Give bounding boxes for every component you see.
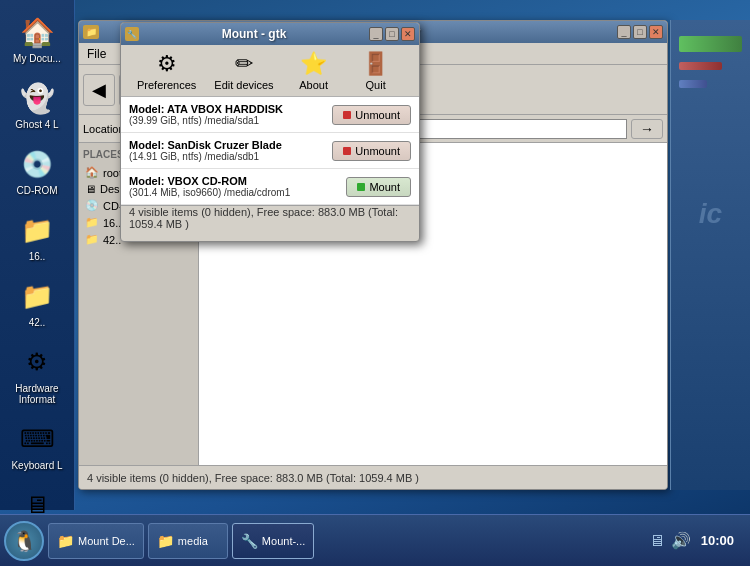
folder1-label: 16..	[29, 251, 46, 262]
taskbar-systray: 🖥 🔊 10:00	[641, 531, 746, 550]
fm-sidebar-item5-label: 42..	[103, 234, 121, 246]
mount-device-info-0: Model: ATA VBOX HARDDISK (39.99 GiB, ntf…	[129, 103, 332, 126]
mount-quit-button[interactable]: 🚪 Quit	[346, 47, 406, 95]
mount-titlebar: 🔧 Mount - gtk _ □ ✕	[121, 23, 419, 45]
taskbar-clock: 10:00	[697, 533, 738, 548]
mount-about-icon: ⭐	[300, 51, 327, 77]
fm-sidebar-cdrom-icon: 💿	[85, 199, 99, 212]
mount-device-details-2: (301.4 MiB, iso9660) /media/cdrom1	[129, 187, 346, 198]
mount-device-details-0: (39.99 GiB, ntfs) /media/sda1	[129, 115, 332, 126]
systray-network-icon[interactable]: 🖥	[649, 532, 665, 550]
fm-statusbar-text: 4 visible items (0 hidden), Free space: …	[87, 472, 419, 484]
taskbar-task-0-icon: 📁	[57, 533, 74, 549]
fm-back-button[interactable]: ◀	[83, 74, 115, 106]
taskbar-task-1[interactable]: 📁 media	[148, 523, 228, 559]
ghost-label: Ghost 4 L	[15, 119, 58, 130]
mount-preferences-button[interactable]: ⚙ Preferences	[129, 47, 204, 95]
mount-about-label: About	[299, 79, 328, 91]
right-panel-bar2	[679, 62, 722, 70]
taskbar-task-0[interactable]: 📁 Mount De...	[48, 523, 144, 559]
bottom-taskbar: 🐧 📁 Mount De... 📁 media 🔧 Mount-... 🖥 🔊 …	[0, 514, 750, 566]
right-panel-bar1	[679, 36, 742, 52]
mount-device-info-1: Model: SanDisk Cruzer Blade (14.91 GiB, …	[129, 139, 332, 162]
mount-window: 🔧 Mount - gtk _ □ ✕ ⚙ Preferences ✏ Edit…	[120, 22, 420, 242]
hardware-icon: ⚙	[19, 344, 55, 380]
mount-about-button[interactable]: ⭐ About	[284, 47, 344, 95]
desktop-icon-keyboard[interactable]: ⌨ Keyboard L	[3, 417, 71, 475]
mount-unmount-button-0[interactable]: Unmount	[332, 105, 411, 125]
mount-device-model-0: Model: ATA VBOX HARDDISK	[129, 103, 332, 115]
mount-edit-devices-button[interactable]: ✏ Edit devices	[206, 47, 281, 95]
fm-icon: 📁	[83, 25, 99, 39]
cdrom-icon: 💿	[19, 146, 55, 182]
mount-unmount-button-1[interactable]: Unmount	[332, 141, 411, 161]
mount-device-details-1: (14.91 GiB, ntfs) /media/sdb1	[129, 151, 332, 162]
desktop-icon-home[interactable]: 🏠 My Docu...	[3, 10, 71, 68]
cdrom-label: CD-ROM	[16, 185, 57, 196]
mount-minimize-button[interactable]: _	[369, 27, 383, 41]
left-taskbar: 🏠 My Docu... 👻 Ghost 4 L 💿 CD-ROM 📁 16..…	[0, 0, 75, 510]
fm-statusbar: 4 visible items (0 hidden), Free space: …	[79, 465, 667, 489]
keyboard-icon: ⌨	[19, 421, 55, 457]
home-label: My Docu...	[13, 53, 61, 64]
taskbar-task-0-label: Mount De...	[78, 535, 135, 547]
desktop-icon-hardware[interactable]: ⚙ Hardware Informat	[3, 340, 71, 409]
fm-maximize-button[interactable]: □	[633, 25, 647, 39]
mount-status-green-2	[357, 183, 365, 191]
fm-window-controls: _ □ ✕	[617, 25, 663, 39]
mount-window-icon: 🔧	[125, 27, 139, 41]
mount-device-model-2: Model: VBOX CD-ROM	[129, 175, 346, 187]
folder2-icon: 📁	[19, 278, 55, 314]
mount-action-label-1: Unmount	[355, 145, 400, 157]
mount-mount-button-2[interactable]: Mount	[346, 177, 411, 197]
right-panel-items	[671, 30, 750, 94]
mount-action-label-0: Unmount	[355, 109, 400, 121]
mount-toolbar: ⚙ Preferences ✏ Edit devices ⭐ About 🚪 Q…	[121, 45, 419, 97]
mount-close-button[interactable]: ✕	[401, 27, 415, 41]
taskbar-task-1-label: media	[178, 535, 208, 547]
hardware-label: Hardware Informat	[7, 383, 67, 405]
home-icon: 🏠	[19, 14, 55, 50]
desktop-icon-cdrom[interactable]: 💿 CD-ROM	[3, 142, 71, 200]
mount-maximize-button[interactable]: □	[385, 27, 399, 41]
mount-status-red-1	[343, 147, 351, 155]
desktop-icon-ghost[interactable]: 👻 Ghost 4 L	[3, 76, 71, 134]
taskbar-task-2-icon: 🔧	[241, 533, 258, 549]
mount-statusbar-text: 4 visible items (0 hidden), Free space: …	[129, 206, 411, 230]
right-panel-bar3	[679, 80, 707, 88]
fm-sidebar-desktop-icon: 🖥	[85, 183, 96, 195]
mount-quit-label: Quit	[366, 79, 386, 91]
mount-devices-list: Model: ATA VBOX HARDDISK (39.99 GiB, ntf…	[121, 97, 419, 205]
systray-volume-icon[interactable]: 🔊	[671, 531, 691, 550]
fm-menu-file[interactable]: File	[83, 45, 110, 63]
mount-preferences-icon: ⚙	[157, 51, 177, 77]
right-panel-text: ic	[671, 194, 750, 234]
mount-device-row-1: Model: SanDisk Cruzer Blade (14.91 GiB, …	[121, 133, 419, 169]
fm-sidebar-item4-label: 16..	[103, 217, 121, 229]
start-icon: 🐧	[12, 529, 37, 553]
fm-minimize-button[interactable]: _	[617, 25, 631, 39]
taskbar-task-2[interactable]: 🔧 Mount-...	[232, 523, 314, 559]
fm-sidebar-root-icon: 🏠	[85, 166, 99, 179]
keyboard-label: Keyboard L	[11, 460, 62, 471]
folder2-label: 42..	[29, 317, 46, 328]
mount-edit-icon: ✏	[235, 51, 253, 77]
desktop-icon-folder2[interactable]: 📁 42..	[3, 274, 71, 332]
taskbar-task-2-label: Mount-...	[262, 535, 305, 547]
fm-sidebar-item4-icon: 📁	[85, 216, 99, 229]
mount-action-label-2: Mount	[369, 181, 400, 193]
fm-go-button[interactable]: →	[631, 119, 663, 139]
mount-statusbar: 4 visible items (0 hidden), Free space: …	[121, 205, 419, 229]
mount-window-controls: _ □ ✕	[369, 27, 415, 41]
desktop-icon-folder1[interactable]: 📁 16..	[3, 208, 71, 266]
mount-quit-icon: 🚪	[362, 51, 389, 77]
fm-sidebar-item5-icon: 📁	[85, 233, 99, 246]
mount-device-row-2: Model: VBOX CD-ROM (301.4 MiB, iso9660) …	[121, 169, 419, 205]
taskbar-task-1-icon: 📁	[157, 533, 174, 549]
mount-window-title: Mount - gtk	[139, 27, 369, 41]
mount-device-info-2: Model: VBOX CD-ROM (301.4 MiB, iso9660) …	[129, 175, 346, 198]
right-panel: ic	[670, 20, 750, 490]
mount-preferences-label: Preferences	[137, 79, 196, 91]
taskbar-start-button[interactable]: 🐧	[4, 521, 44, 561]
fm-close-button[interactable]: ✕	[649, 25, 663, 39]
